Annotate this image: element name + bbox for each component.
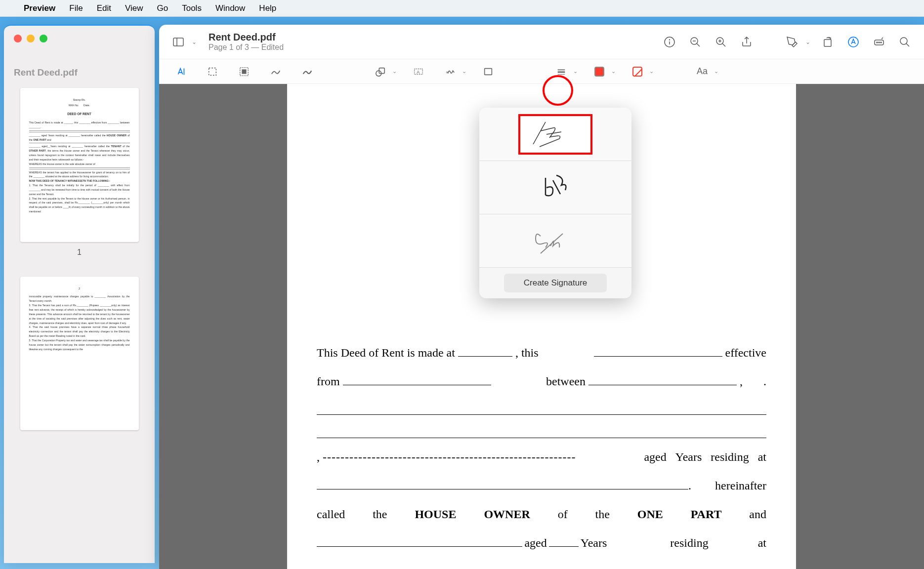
- macos-menubar: Preview File Edit View Go Tools Window H…: [0, 0, 924, 17]
- menubar-tools[interactable]: Tools: [182, 3, 202, 13]
- svg-point-17: [879, 42, 880, 43]
- shapes-dropdown[interactable]: ⌄: [392, 68, 397, 75]
- doc-text: ,: [740, 369, 743, 393]
- menubar-help[interactable]: Help: [259, 3, 276, 13]
- highlight-dropdown[interactable]: ⌄: [805, 39, 810, 45]
- note-tool[interactable]: [478, 63, 498, 81]
- minimize-window-button[interactable]: [27, 35, 35, 42]
- text-style-dropdown[interactable]: ⌄: [714, 68, 718, 75]
- doc-text: , this: [515, 341, 539, 365]
- menubar-window[interactable]: Window: [215, 3, 245, 13]
- svg-rect-30: [485, 68, 492, 75]
- doc-text: .: [763, 369, 766, 393]
- signature-preview-1-icon: [526, 117, 585, 152]
- doc-text: ONE: [637, 502, 663, 526]
- border-style-dropdown[interactable]: ⌄: [573, 68, 578, 75]
- highlight-button[interactable]: [782, 33, 802, 51]
- doc-text: the: [595, 502, 610, 526]
- rotate-button[interactable]: [817, 33, 838, 51]
- svg-line-9: [722, 43, 725, 46]
- text-style-tool[interactable]: Aa: [692, 63, 712, 81]
- signature-popover: Create Signature: [479, 108, 631, 298]
- doc-text: This Deed of Rent is made at: [317, 341, 455, 365]
- svg-point-4: [670, 40, 670, 40]
- document-title-block: Rent Deed.pdf Page 1 of 3 — Edited: [209, 32, 284, 52]
- svg-rect-24: [242, 69, 246, 74]
- sketch-tool[interactable]: [266, 63, 286, 81]
- doc-text: aged: [524, 531, 546, 555]
- menubar-view[interactable]: View: [125, 3, 143, 13]
- draw-tool[interactable]: [297, 63, 317, 81]
- fill-color-dropdown[interactable]: ⌄: [649, 68, 654, 75]
- doc-text: residing: [711, 445, 749, 469]
- shapes-tool[interactable]: [371, 63, 390, 81]
- border-color-dropdown[interactable]: ⌄: [611, 68, 616, 75]
- signature-option-2[interactable]: [479, 161, 631, 214]
- info-button[interactable]: [659, 33, 680, 51]
- doc-text: Years: [581, 531, 607, 555]
- doc-text: called: [317, 502, 345, 526]
- signature-preview-2-icon: [526, 170, 585, 205]
- fill-color-tool[interactable]: [628, 63, 647, 81]
- doc-text: the: [373, 502, 387, 526]
- sidebar-toggle-button[interactable]: [168, 33, 189, 51]
- svg-rect-22: [209, 68, 216, 75]
- sidebar-filename: Rent Deed.pdf: [4, 47, 155, 88]
- border-color-tool[interactable]: [589, 63, 609, 81]
- doc-text: .: [688, 474, 691, 497]
- doc-text: of: [558, 502, 568, 526]
- zoom-out-button[interactable]: [685, 33, 706, 51]
- text-selection-tool[interactable]: [171, 63, 191, 81]
- doc-text: ,: [317, 445, 320, 469]
- doc-text: between: [546, 369, 586, 393]
- doc-text: at: [758, 445, 766, 469]
- svg-line-20: [906, 43, 909, 46]
- menubar-go[interactable]: Go: [157, 3, 168, 13]
- signature-create-row: Create Signature: [479, 268, 631, 298]
- doc-text: ----------------------------------------…: [323, 445, 576, 469]
- signature-option-1[interactable]: [479, 108, 631, 161]
- doc-text: hereinafter: [715, 474, 766, 497]
- markup-toolbar: ⌄ A ✕ ⌄ ⌄ ⌄: [159, 59, 924, 84]
- menubar-file[interactable]: File: [69, 3, 83, 13]
- svg-rect-0: [173, 38, 183, 46]
- zoom-in-button[interactable]: [711, 33, 731, 51]
- doc-text: at: [758, 531, 766, 555]
- page-thumbnail-1[interactable]: Stamp Rs. With No. Date. DEED OF RENT Th…: [20, 88, 139, 242]
- menubar-app-name[interactable]: Preview: [24, 3, 55, 13]
- doc-text: aged: [644, 445, 666, 469]
- svg-text:A: A: [417, 69, 420, 74]
- view-mode-dropdown[interactable]: ⌄: [192, 39, 197, 45]
- doc-text: residing: [670, 531, 708, 555]
- sign-dropdown[interactable]: ⌄: [462, 68, 466, 75]
- window-controls: [4, 26, 155, 47]
- close-window-button[interactable]: [14, 35, 22, 42]
- fullscreen-window-button[interactable]: [40, 35, 47, 42]
- thumbnail-sidebar-window: Rent Deed.pdf Stamp Rs. With No. Date. D…: [4, 25, 155, 563]
- doc-text: from: [317, 369, 340, 393]
- menubar-edit[interactable]: Edit: [97, 3, 111, 13]
- svg-point-18: [881, 42, 882, 43]
- page-number-1: 1: [20, 248, 139, 257]
- main-toolbar: ⌄ Rent Deed.pdf Page 1 of 3 — Edited ⌄: [159, 25, 924, 59]
- create-signature-button[interactable]: Create Signature: [504, 274, 607, 292]
- form-fill-button[interactable]: [869, 33, 889, 51]
- doc-text: HOUSE: [415, 502, 456, 526]
- rect-selection-tool[interactable]: [203, 63, 222, 81]
- border-style-tool[interactable]: [551, 63, 571, 81]
- markup-toggle-button[interactable]: [843, 33, 864, 51]
- svg-point-19: [900, 38, 907, 44]
- no-fill-icon: [632, 67, 642, 77]
- doc-text: PART: [691, 502, 722, 526]
- redact-tool[interactable]: [234, 63, 254, 81]
- signature-option-3[interactable]: [479, 214, 631, 268]
- search-button[interactable]: [894, 33, 915, 51]
- sign-tool[interactable]: ✕: [440, 63, 460, 81]
- text-tool[interactable]: A: [409, 63, 428, 81]
- svg-rect-13: [824, 40, 831, 46]
- doc-text: and: [749, 502, 766, 526]
- signature-preview-3-icon: [526, 224, 585, 258]
- document-subtitle: Page 1 of 3 — Edited: [209, 43, 284, 52]
- page-thumbnail-2[interactable]: 2 immovable property maintenance charges…: [20, 277, 139, 431]
- share-button[interactable]: [736, 33, 757, 51]
